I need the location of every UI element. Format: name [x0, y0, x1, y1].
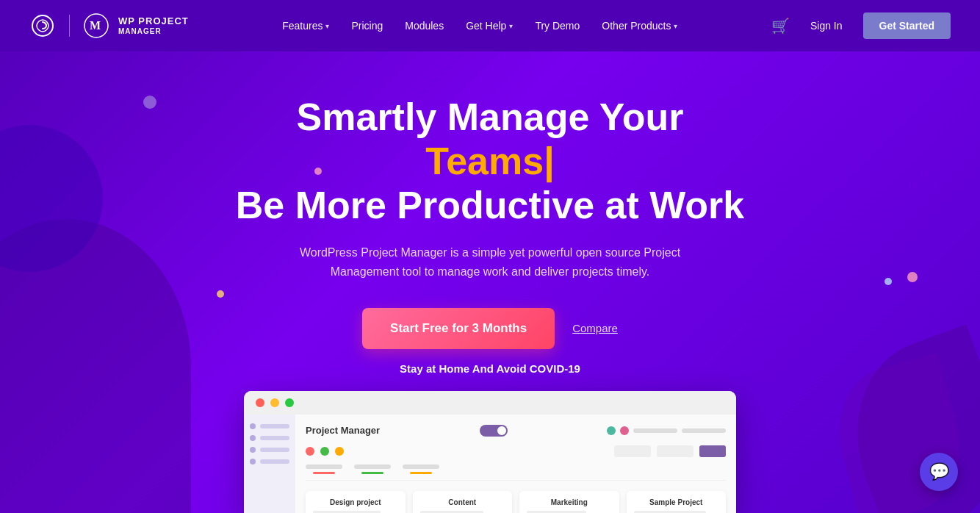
start-free-button[interactable]: Start Free for 3 Months [362, 308, 555, 349]
pm-filter-pill1 [614, 445, 651, 457]
pm-header-row: Project Manager [306, 425, 726, 437]
compare-link[interactable]: Compare [572, 322, 618, 334]
deco-arch [0, 219, 191, 513]
titlebar [244, 391, 736, 415]
pm-card-title-2: Content [420, 498, 505, 506]
titlebar-dot-green [285, 398, 294, 407]
titlebar-dot-red [256, 398, 264, 407]
sidebar-line [260, 436, 289, 440]
screenshot-body: Project Manager [244, 415, 736, 513]
pm-tab-1 [306, 464, 342, 474]
svg-text:M: M [90, 19, 101, 32]
hero-title-highlight: Teams| [425, 140, 554, 182]
nav-pricing[interactable]: Pricing [342, 14, 392, 37]
pm-tab-line [403, 464, 439, 469]
pm-card-line [527, 511, 586, 513]
pm-dot-pink [620, 426, 629, 435]
pm-filter-active [306, 447, 314, 456]
logo-divider [69, 15, 70, 37]
pm-tab-3 [403, 464, 439, 474]
pm-card-3: Markeiting [519, 491, 619, 513]
nav-try-demo[interactable]: Try Demo [526, 14, 588, 37]
pm-filter-active3 [335, 447, 344, 456]
get-started-button[interactable]: Get Started [863, 12, 951, 39]
pm-filter-row [306, 445, 726, 457]
pm-dot-teal [607, 426, 616, 435]
deco-circle-sm3 [217, 290, 224, 298]
nav-other-products[interactable]: Other Products ▾ [593, 14, 686, 37]
pm-line-gray [633, 428, 677, 433]
pm-filter-pill2 [657, 445, 693, 457]
titlebar-dot-yellow [270, 398, 279, 407]
pm-card-lines [634, 511, 719, 513]
app-sidebar [244, 415, 295, 513]
covid-notice: Stay at Home And Avoid COVID-19 [400, 362, 580, 375]
hero-subtitle: WordPress Project Manager is a simple ye… [292, 243, 688, 281]
pm-card-4: Sample Project [627, 491, 727, 513]
chevron-down-icon: ▾ [674, 22, 677, 30]
pm-card-lines [527, 511, 612, 513]
pm-app-title: Project Manager [306, 425, 380, 436]
pm-tab-line [306, 464, 342, 469]
pm-tab-2 [354, 464, 391, 474]
pm-card-1: Design project [306, 491, 406, 513]
logo-area: M WP PROJECT MANAGER [29, 12, 189, 39]
sidebar-dot [250, 459, 256, 464]
chat-bubble-button[interactable]: 💬 [920, 453, 958, 491]
pm-card-lines [313, 511, 398, 513]
pm-card-title-4: Sample Project [634, 498, 719, 506]
sidebar-dot [250, 447, 256, 453]
hero-title: Smartly Manage Your Teams| Be More Produ… [233, 96, 747, 227]
chat-icon: 💬 [929, 462, 949, 481]
chevron-down-icon: ▾ [509, 22, 513, 30]
pm-cards-row: Design project Content [306, 491, 726, 513]
pm-filter-active2 [320, 447, 329, 456]
pm-tabs-row [306, 464, 726, 481]
logo-spiral-icon [29, 12, 56, 39]
sign-in-button[interactable]: Sign In [801, 14, 851, 37]
deco-circle-sm4 [884, 278, 892, 285]
svg-point-0 [32, 15, 53, 36]
pm-card-title-3: Markeiting [527, 498, 612, 506]
pm-card-line [313, 511, 381, 513]
pm-tab-underline [313, 472, 335, 474]
sidebar-row [250, 447, 289, 453]
pm-card-title-1: Design project [313, 498, 398, 506]
pm-tab-underline [361, 472, 383, 474]
sidebar-dot [250, 435, 256, 441]
main-nav: Features ▾ Pricing Modules Get Help ▾ Tr… [273, 14, 686, 37]
hero-cta: Start Free for 3 Months Compare [362, 308, 618, 349]
deco-circle-sm5 [907, 272, 918, 282]
wpm-logo-icon: M [83, 12, 109, 39]
deco-circle-sm1 [143, 96, 156, 109]
chevron-down-icon: ▾ [325, 22, 329, 30]
pm-indicators [607, 426, 726, 435]
pm-card-line [420, 511, 484, 513]
sidebar-row [250, 423, 289, 429]
header: M WP PROJECT MANAGER Features ▾ Pricing … [0, 0, 980, 51]
pm-card-2: Content [413, 491, 513, 513]
sidebar-line [260, 448, 289, 452]
header-actions: 🛒 Sign In Get Started [771, 12, 951, 39]
cart-icon[interactable]: 🛒 [771, 17, 790, 35]
pm-toggle [480, 425, 508, 437]
logo-wp-text: WP PROJECT [118, 15, 189, 27]
app-screenshot-preview: Project Manager [244, 391, 736, 513]
nav-modules[interactable]: Modules [396, 14, 453, 37]
hero-title-part1: Smartly Manage Your [297, 96, 684, 138]
nav-features[interactable]: Features ▾ [273, 14, 338, 37]
pm-line-gray2 [682, 428, 726, 433]
hero-section: Smartly Manage Your Teams| Be More Produ… [0, 51, 980, 513]
pm-filter-pill-active [699, 445, 726, 457]
nav-get-help[interactable]: Get Help ▾ [457, 14, 522, 37]
sidebar-dot [250, 423, 256, 429]
hero-title-line2: Be More Productive at Work [236, 184, 745, 226]
pm-card-lines [420, 511, 505, 513]
sidebar-line [260, 424, 289, 428]
sidebar-line [260, 459, 289, 464]
pm-tab-underline [410, 472, 432, 474]
pm-card-line [634, 511, 706, 513]
sidebar-row [250, 459, 289, 464]
pm-tab-line [354, 464, 391, 469]
sidebar-row [250, 435, 289, 441]
